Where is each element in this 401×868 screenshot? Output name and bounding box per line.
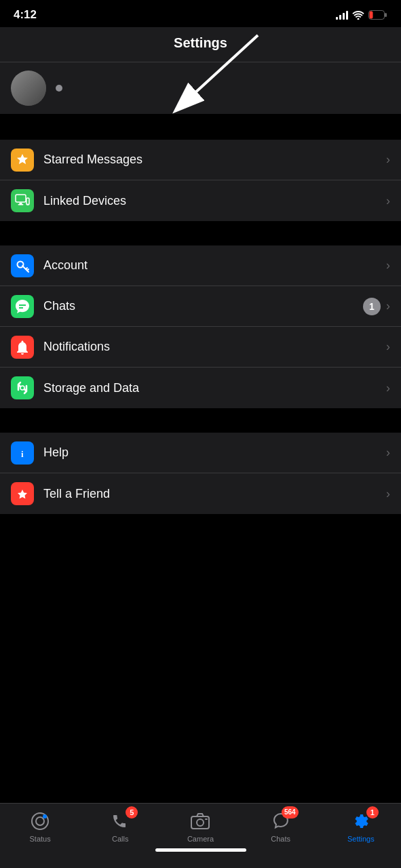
settings-item-chats[interactable]: Chats 1 › [0,286,401,327]
settings-header: Settings [0,27,401,62]
chats-icon [11,295,34,318]
storage-label: Storage and Data [43,381,386,395]
settings-item-help[interactable]: i Help › [0,433,401,473]
status-bar: 4:12 [0,0,401,27]
avatar [11,71,46,106]
settings-item-linked-devices[interactable]: Linked Devices › [0,180,401,221]
section-help: i Help › Tell a Friend › [0,433,401,514]
settings-item-notifications[interactable]: Notifications › [0,327,401,368]
status-icons [336,10,387,20]
settings-item-tell-friend[interactable]: Tell a Friend › [0,473,401,514]
battery-icon [368,10,387,20]
profile-dot [56,85,62,92]
storage-icon [11,376,34,399]
chats-tab-badge: 564 [282,806,299,818]
svg-rect-4 [20,203,22,204]
section-gap-2 [0,221,401,245]
linked-devices-right: › [386,194,390,208]
account-right: › [386,258,390,273]
linked-devices-label: Linked Devices [43,194,386,208]
section-account: Account › Chats 1 › Notifications › [0,245,401,408]
calls-badge: 5 [126,806,138,818]
account-icon [11,254,34,277]
svg-rect-1 [370,12,373,19]
tab-calls-label: Calls [112,835,128,843]
status-icon [31,812,50,831]
tell-friend-icon [11,482,34,505]
section-starred-linked: Starred Messages › Linked Devices › [0,140,401,221]
tab-camera-label: Camera [187,835,214,843]
svg-line-13 [27,269,28,271]
tell-friend-label: Tell a Friend [43,487,386,501]
chevron-icon: › [386,340,390,354]
svg-rect-5 [18,204,24,205]
tab-chats-label: Chats [271,835,290,843]
starred-messages-right: › [386,153,390,167]
notifications-right: › [386,340,390,354]
tell-friend-right: › [386,487,390,501]
help-label: Help [43,446,386,460]
settings-badge: 1 [366,806,379,818]
tab-camera[interactable]: Camera [176,810,224,843]
tab-settings[interactable]: 1 Settings [337,810,385,843]
svg-line-12 [26,268,27,269]
signal-icon [336,10,348,20]
svg-rect-2 [385,13,387,17]
tab-status-label: Status [30,835,51,843]
starred-messages-label: Starred Messages [43,153,386,167]
svg-point-7 [27,203,28,205]
tab-settings-label: Settings [347,835,375,843]
chats-right: 1 › [363,298,390,315]
svg-point-22 [197,819,204,826]
svg-point-18 [36,817,44,825]
wifi-icon [352,10,364,20]
header-title: Settings [174,35,227,50]
status-time: 4:12 [14,8,37,22]
svg-rect-21 [191,816,209,829]
section-gap-3 [0,408,401,433]
camera-icon [191,813,210,829]
tab-calls[interactable]: 5 Calls [96,810,144,843]
help-right: › [386,446,390,460]
chats-label: Chats [43,299,363,313]
chevron-icon: › [386,258,390,273]
storage-right: › [386,381,390,395]
tab-bar: Status 5 Calls Camera [0,803,401,868]
settings-item-storage[interactable]: Storage and Data › [0,368,401,408]
section-gap-1 [0,115,401,140]
svg-point-20 [43,815,46,818]
tab-status[interactable]: Status [16,810,64,843]
svg-rect-23 [205,818,208,820]
help-icon: i [11,441,34,465]
notifications-label: Notifications [43,340,386,354]
chevron-icon: › [386,381,390,395]
chevron-icon: › [386,153,390,167]
svg-text:i: i [21,449,24,459]
notifications-icon [11,336,34,359]
tab-chats[interactable]: 564 Chats [257,810,305,843]
chevron-icon: › [386,194,390,208]
svg-rect-3 [16,195,26,202]
chevron-icon: › [386,487,390,501]
account-label: Account [43,258,386,273]
settings-item-starred-messages[interactable]: Starred Messages › [0,140,401,180]
settings-item-account[interactable]: Account › [0,245,401,286]
chevron-icon: › [386,299,390,313]
starred-messages-icon [11,149,34,172]
home-indicator [155,848,246,852]
chevron-icon: › [386,446,390,460]
linked-devices-icon [11,189,34,212]
chats-badge: 1 [363,298,381,315]
profile-row[interactable] [0,62,401,114]
